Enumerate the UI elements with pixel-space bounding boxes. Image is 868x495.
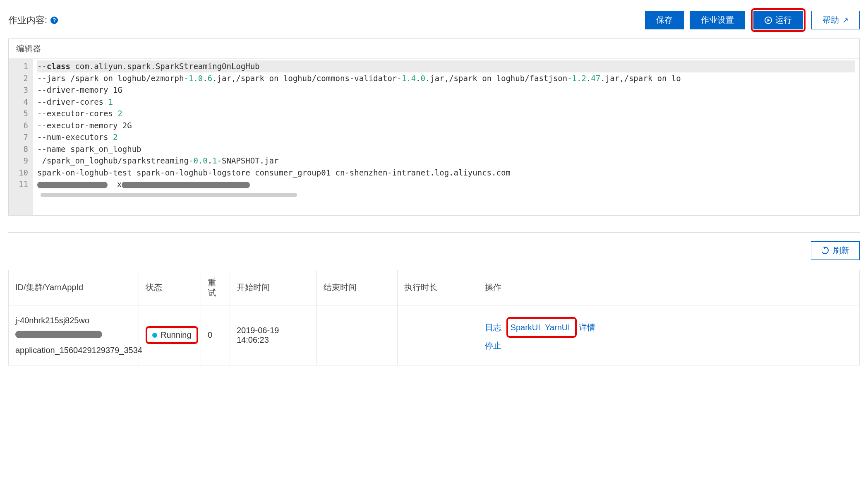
refresh-label: 刷新: [833, 245, 849, 256]
editor-content[interactable]: --class com.aliyun.spark.SparkStreamingO…: [33, 59, 859, 215]
op-yarnui-link[interactable]: YarnUI: [545, 323, 570, 332]
editor-gutter: 1234567891011: [9, 59, 33, 215]
cell-status: Running: [139, 305, 201, 365]
status-text: Running: [161, 330, 192, 340]
code-editor: 编辑器 1234567891011 --class com.aliyun.spa…: [8, 38, 860, 216]
help-tip-icon[interactable]: ?: [50, 17, 58, 24]
cell-id: j-40nhrk215sj825wo application_156042912…: [9, 305, 139, 365]
ui-links-highlight: SparkUI YarnUI: [506, 317, 577, 338]
job-id: j-40nhrk215sj825wo: [15, 313, 132, 328]
status-dot-icon: [152, 333, 157, 338]
col-id: ID/集群/YarnAppId: [9, 270, 139, 305]
col-status: 状态: [139, 270, 201, 305]
cell-ops: 日志 SparkUI YarnUI 详情 停止: [478, 305, 860, 365]
op-stop-link[interactable]: 停止: [485, 341, 501, 350]
yarn-app-id: application_1560429129379_3534: [15, 343, 132, 358]
run-button[interactable]: 运行: [753, 11, 803, 29]
cell-start: 2019-06-19 14:06:23: [230, 305, 317, 365]
jobs-table: ID/集群/YarnAppId 状态 重试 开始时间 结束时间 执行时长 操作 …: [8, 270, 860, 365]
cell-duration: [398, 305, 478, 365]
col-duration: 执行时长: [398, 270, 478, 305]
header-bar: 作业内容: ? 保存 作业设置 运行 帮助 ↗: [8, 8, 860, 32]
play-icon: [765, 17, 772, 24]
cell-end: [317, 305, 398, 365]
help-button[interactable]: 帮助 ↗: [811, 11, 860, 29]
table-header-row: ID/集群/YarnAppId 状态 重试 开始时间 结束时间 执行时长 操作: [9, 270, 860, 305]
col-retry: 重试: [201, 270, 230, 305]
col-ops: 操作: [478, 270, 860, 305]
job-settings-button[interactable]: 作业设置: [690, 11, 745, 29]
editor-tab[interactable]: 编辑器: [9, 39, 859, 59]
cluster-id-redacted: [15, 331, 102, 338]
editor-hscrollbar[interactable]: [41, 193, 297, 197]
refresh-icon: [820, 245, 830, 255]
run-button-label: 运行: [775, 14, 792, 26]
status-highlight: Running: [146, 326, 198, 344]
op-detail-link[interactable]: 详情: [579, 323, 595, 332]
run-button-highlight: 运行: [751, 8, 806, 32]
col-end: 结束时间: [317, 270, 398, 305]
external-link-icon: ↗: [842, 16, 849, 25]
help-button-label: 帮助: [822, 14, 839, 26]
refresh-button[interactable]: 刷新: [811, 241, 860, 260]
col-start: 开始时间: [230, 270, 317, 305]
save-button[interactable]: 保存: [645, 11, 684, 29]
table-row: j-40nhrk215sj825wo application_156042912…: [9, 305, 860, 365]
op-sparkui-link[interactable]: SparkUI: [511, 323, 540, 332]
section-divider: [8, 232, 860, 233]
op-log-link[interactable]: 日志: [485, 323, 501, 332]
cell-retry: 0: [201, 305, 230, 365]
page-title: 作业内容:: [8, 14, 47, 26]
